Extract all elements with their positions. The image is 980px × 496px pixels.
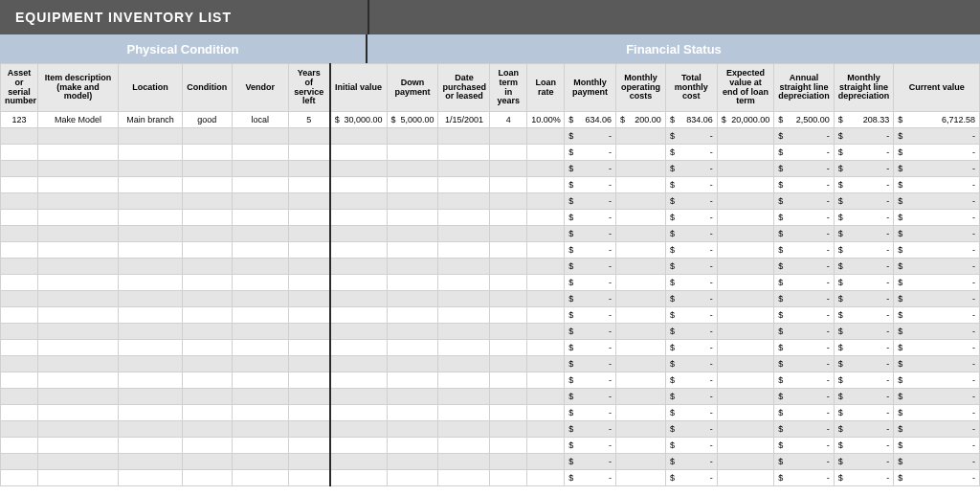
table-cell[interactable] xyxy=(717,356,773,372)
table-cell[interactable] xyxy=(387,356,438,372)
table-cell[interactable] xyxy=(527,161,565,177)
table-cell[interactable]: 10.00% xyxy=(527,112,565,128)
table-cell[interactable]: $- xyxy=(774,307,835,324)
table-cell[interactable]: $- xyxy=(665,340,717,356)
table-cell[interactable]: $- xyxy=(665,193,717,210)
table-cell[interactable]: $- xyxy=(774,145,835,161)
table-cell[interactable] xyxy=(438,340,490,356)
table-cell[interactable]: $- xyxy=(894,340,980,356)
table-cell[interactable] xyxy=(490,324,527,340)
table-cell[interactable] xyxy=(37,307,118,324)
table-cell[interactable] xyxy=(289,372,330,389)
table-cell[interactable] xyxy=(182,259,232,275)
table-cell[interactable] xyxy=(717,210,773,226)
table-cell[interactable]: $- xyxy=(565,421,616,438)
table-cell[interactable] xyxy=(182,421,232,438)
table-cell[interactable] xyxy=(289,438,330,454)
table-cell[interactable]: $- xyxy=(894,421,980,438)
table-cell[interactable] xyxy=(387,340,438,356)
table-cell[interactable] xyxy=(717,242,773,259)
table-cell[interactable] xyxy=(616,470,666,486)
table-cell[interactable] xyxy=(717,438,773,454)
table-cell[interactable]: $- xyxy=(774,128,835,145)
table-cell[interactable] xyxy=(119,177,183,193)
table-cell[interactable] xyxy=(119,356,183,372)
table-cell[interactable] xyxy=(616,210,666,226)
table-cell[interactable]: $- xyxy=(834,324,894,340)
table-cell[interactable] xyxy=(232,340,288,356)
table-cell[interactable] xyxy=(182,356,232,372)
table-cell[interactable] xyxy=(37,324,118,340)
table-cell[interactable] xyxy=(119,405,183,421)
table-cell[interactable]: $- xyxy=(565,438,616,454)
table-cell[interactable]: $- xyxy=(774,389,835,405)
table-cell[interactable] xyxy=(1,259,38,275)
table-cell[interactable]: $- xyxy=(894,405,980,421)
table-cell[interactable] xyxy=(438,259,490,275)
table-cell[interactable]: $- xyxy=(834,226,894,242)
table-cell[interactable] xyxy=(330,226,387,242)
table-cell[interactable]: $- xyxy=(565,161,616,177)
table-cell[interactable] xyxy=(182,470,232,486)
table-cell[interactable] xyxy=(438,275,490,291)
table-cell[interactable]: $- xyxy=(774,438,835,454)
table-cell[interactable]: $- xyxy=(665,242,717,259)
table-cell[interactable]: $- xyxy=(665,226,717,242)
table-cell[interactable] xyxy=(616,128,666,145)
table-cell[interactable] xyxy=(616,389,666,405)
table-cell[interactable]: $- xyxy=(894,389,980,405)
table-cell[interactable] xyxy=(1,275,38,291)
table-cell[interactable] xyxy=(490,340,527,356)
table-cell[interactable] xyxy=(527,389,565,405)
table-cell[interactable] xyxy=(232,307,288,324)
table-cell[interactable] xyxy=(438,145,490,161)
table-cell[interactable]: $- xyxy=(565,193,616,210)
table-cell[interactable] xyxy=(330,324,387,340)
table-cell[interactable] xyxy=(387,226,438,242)
table-cell[interactable]: $- xyxy=(834,372,894,389)
table-cell[interactable] xyxy=(182,307,232,324)
table-cell[interactable] xyxy=(1,291,38,307)
table-cell[interactable]: $2,500.00 xyxy=(774,112,835,128)
table-cell[interactable] xyxy=(119,324,183,340)
table-cell[interactable] xyxy=(330,421,387,438)
table-cell[interactable] xyxy=(289,307,330,324)
table-cell[interactable] xyxy=(289,275,330,291)
table-cell[interactable]: 123 xyxy=(1,112,38,128)
table-cell[interactable] xyxy=(37,161,118,177)
table-cell[interactable] xyxy=(330,405,387,421)
table-cell[interactable] xyxy=(438,128,490,145)
table-cell[interactable] xyxy=(37,421,118,438)
table-cell[interactable] xyxy=(717,324,773,340)
table-cell[interactable] xyxy=(1,372,38,389)
table-cell[interactable] xyxy=(490,128,527,145)
table-cell[interactable]: $- xyxy=(565,128,616,145)
table-cell[interactable] xyxy=(438,372,490,389)
table-cell[interactable] xyxy=(119,275,183,291)
table-cell[interactable]: $- xyxy=(894,454,980,470)
table-cell[interactable] xyxy=(1,438,38,454)
table-cell[interactable] xyxy=(490,226,527,242)
table-cell[interactable] xyxy=(527,275,565,291)
table-cell[interactable] xyxy=(37,128,118,145)
table-cell[interactable]: $- xyxy=(565,177,616,193)
table-cell[interactable] xyxy=(119,340,183,356)
table-cell[interactable] xyxy=(232,128,288,145)
table-cell[interactable] xyxy=(330,438,387,454)
table-cell[interactable] xyxy=(232,259,288,275)
table-cell[interactable] xyxy=(616,275,666,291)
table-cell[interactable] xyxy=(330,470,387,486)
table-cell[interactable] xyxy=(1,128,38,145)
table-cell[interactable] xyxy=(182,291,232,307)
table-cell[interactable] xyxy=(527,145,565,161)
table-cell[interactable]: 5 xyxy=(289,112,330,128)
table-cell[interactable]: $- xyxy=(894,291,980,307)
table-cell[interactable] xyxy=(387,275,438,291)
table-cell[interactable] xyxy=(37,405,118,421)
table-cell[interactable]: $- xyxy=(894,161,980,177)
table-cell[interactable] xyxy=(490,242,527,259)
table-cell[interactable] xyxy=(527,259,565,275)
table-cell[interactable] xyxy=(717,275,773,291)
table-cell[interactable] xyxy=(717,421,773,438)
table-cell[interactable]: $- xyxy=(565,259,616,275)
